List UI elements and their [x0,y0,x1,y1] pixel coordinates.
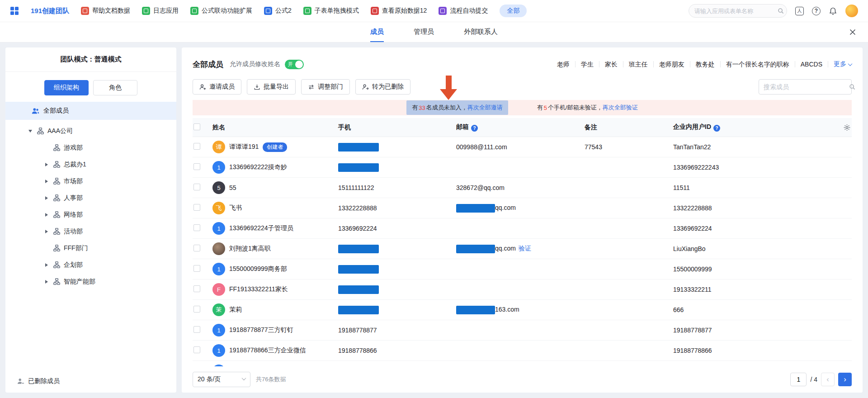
tree-node-label: 网络部 [64,211,83,219]
app-icon [264,7,272,15]
member-userid: LiuXiangBo [673,245,852,252]
app-tab-label: 公式2 [275,7,292,15]
app-tab[interactable]: 查看原始数据12 [371,7,427,15]
app-tab[interactable]: 帮助文档数据 [81,7,130,15]
row-checkbox[interactable] [193,285,200,292]
app-tab[interactable]: 公式联动功能扩展 [190,7,252,15]
app-icon [190,7,198,15]
app-tab[interactable]: 公式2 [264,7,292,15]
row-checkbox[interactable] [193,184,200,190]
all-members-node[interactable]: 全部成员 [5,102,176,120]
member-search-input[interactable] [764,83,845,90]
verify-link[interactable]: 验证 [519,245,531,252]
row-checkbox[interactable] [193,306,200,313]
row-checkbox[interactable] [193,143,200,150]
role-filter[interactable]: 有一个很长名字的职称 [721,61,795,67]
batch-export-button[interactable]: 批量导出 [247,79,296,95]
tree-node[interactable]: FFF部门 [5,240,176,256]
userid-help-icon[interactable] [713,125,720,132]
col-name: 姓名 [212,123,225,131]
team-name[interactable]: 191创建团队 [31,7,69,15]
invite-member-button[interactable]: 邀请成员 [193,79,241,95]
select-all-checkbox[interactable] [193,123,200,130]
next-page-button[interactable] [838,373,852,386]
caret-icon [43,280,50,284]
avatar: 1 [212,344,225,357]
deleted-members-link[interactable]: 已删除成员 [5,371,176,393]
caret-icon [43,180,50,183]
unverified-count: 5 [543,104,548,111]
table-header: 姓名 手机 邮箱 备注 企业内用户ID [193,118,852,137]
app-tab[interactable]: 日志应用 [142,7,179,15]
tree-node[interactable]: AAA公司 [5,123,176,139]
column-settings-gear-icon[interactable] [843,123,851,131]
role-filters: 老师学生家长班主任老师朋友教务处有一个很长名字的职称ABCDS [552,61,828,67]
tree-node-label: 智能产能部 [64,278,95,286]
app-tab[interactable]: 流程自动提交 [439,7,488,15]
caret-icon [43,213,50,217]
member-email-suffix: qq.com [495,204,516,211]
tree-node[interactable]: 游戏部 [5,139,176,156]
grid-logo-icon[interactable] [10,6,19,15]
table-row: 113369692224子管理员1336969222413369692224 [193,218,852,239]
prev-page-button[interactable] [821,373,835,386]
department-icon [53,278,60,285]
more-roles-link[interactable]: 更多 [828,60,852,68]
allow-rename-toggle[interactable]: 开 [285,60,304,69]
move-to-deleted-button[interactable]: 转为已删除 [355,79,410,95]
role-filter[interactable]: 老师 [552,61,576,67]
member-userid: 19188778877 [673,327,852,334]
tree-node[interactable]: 智能产能部 [5,273,176,290]
redacted-phone [338,285,379,294]
total-count-label: 共76条数据 [256,375,286,384]
member-phone: 19188778877 [338,327,377,334]
adjust-department-button[interactable]: 调整部门 [301,79,350,95]
member-userid: 11511 [673,184,852,191]
role-filter[interactable]: 学生 [576,61,599,67]
member-search-box[interactable] [759,79,852,95]
reverify-all-link[interactable]: 再次全部验证 [603,104,638,112]
role-filter[interactable]: 老师朋友 [654,61,690,67]
all-apps-pill[interactable]: 全部 [500,5,527,17]
notification-bell-icon[interactable] [829,7,837,15]
tree-node[interactable]: 市场部 [5,173,176,190]
role-tab[interactable]: 角色 [93,80,137,95]
row-checkbox[interactable] [193,245,200,251]
page-size-select[interactable]: 20 条/页 [193,372,250,387]
row-checkbox[interactable] [193,326,200,333]
role-filter[interactable]: 教务处 [690,61,721,67]
role-filter[interactable]: ABCDS [795,61,828,67]
help-icon[interactable] [812,7,821,15]
tree-node[interactable]: 企划部 [5,256,176,273]
close-icon[interactable] [849,28,856,36]
avatar: 谭 [212,141,225,153]
org-structure-tab[interactable]: 组织架构 [44,80,89,95]
tree-node[interactable]: 网络部 [5,206,176,223]
row-checkbox[interactable] [193,346,200,353]
row-checkbox[interactable] [193,204,200,211]
main-tab[interactable]: 外部联系人 [464,22,498,42]
page-number-input[interactable] [790,373,807,386]
workbench-icon[interactable] [795,7,804,15]
app-search-input[interactable] [694,8,774,14]
app-search-box[interactable] [689,4,787,18]
tree-node[interactable]: 活动部 [5,223,176,240]
caret-icon [43,230,50,233]
user-avatar[interactable] [845,5,858,17]
avatar: 5 [212,181,225,194]
row-checkbox[interactable] [193,224,200,231]
role-filter[interactable]: 班主任 [623,61,654,67]
role-filter[interactable]: 家长 [599,61,623,67]
app-tab[interactable]: 子表单拖拽模式 [303,7,359,15]
main-tab[interactable]: 成员 [370,22,384,42]
member-name: 13369692224子管理员 [229,224,293,232]
tree-node[interactable]: 总裁办1 [5,156,176,173]
avatar: 1 [212,161,225,174]
tree-node[interactable]: 人事部 [5,190,176,206]
reinvite-all-link[interactable]: 再次全部邀请 [467,104,503,112]
row-checkbox[interactable] [193,163,200,170]
email-help-icon[interactable] [471,125,478,132]
main-tab[interactable]: 管理员 [414,22,434,42]
team-mode-label: 团队模式：普通模式 [5,47,176,72]
row-checkbox[interactable] [193,265,200,272]
